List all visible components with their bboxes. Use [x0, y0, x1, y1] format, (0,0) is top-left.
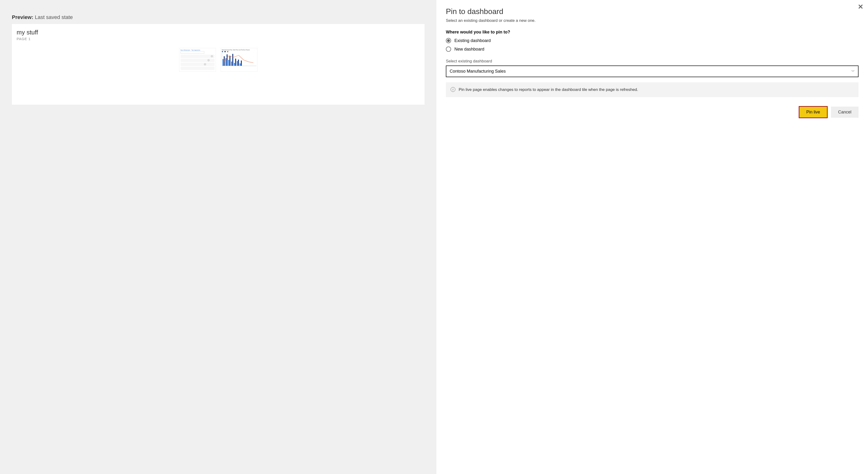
radio-new-dashboard[interactable]: New dashboard: [446, 47, 859, 52]
dashboard-select[interactable]: Contoso Manufacturing Sales ﹀: [446, 65, 859, 77]
preview-state: Last saved state: [35, 14, 73, 20]
radio-existing-label: Existing dashboard: [455, 38, 491, 43]
dashboard-select-value: Contoso Manufacturing Sales: [450, 69, 506, 74]
radio-new-label: New dashboard: [455, 47, 484, 52]
radio-icon-unselected: [446, 47, 451, 52]
info-text: Pin live page enables changes to reports…: [459, 87, 638, 93]
preview-card-subtitle: PAGE 1: [17, 37, 420, 41]
select-dashboard-label: Select existing dashboard: [446, 59, 859, 64]
button-row: Pin live Cancel: [446, 107, 859, 118]
radio-existing-dashboard[interactable]: Existing dashboard: [446, 38, 859, 43]
chevron-down-icon: ﹀: [851, 69, 855, 73]
preview-card-title: my stuff: [17, 29, 420, 36]
mini-bar-chart: [222, 53, 256, 66]
radio-icon-selected: [446, 38, 451, 43]
preview-prefix: Preview:: [12, 14, 33, 20]
thumbnail-influencers: Key influencers Top segments: [179, 48, 216, 72]
dialog-subtitle: Select an existing dashboard or create a…: [446, 18, 859, 23]
preview-card: my stuff PAGE 1 Key influencers Top segm…: [12, 24, 425, 105]
thumbnail-row: Key influencers Top segments Manufacturi…: [17, 48, 420, 72]
thumbnail-chart: Manufacturing Price, Sale Price and Prof…: [221, 48, 257, 72]
dialog-title: Pin to dashboard: [446, 7, 859, 16]
pin-question: Where would you like to pin to?: [446, 30, 859, 35]
pin-live-button[interactable]: Pin live: [799, 107, 827, 118]
preview-panel: Preview: Last saved state my stuff PAGE …: [0, 0, 436, 474]
preview-label: Preview: Last saved state: [12, 14, 425, 21]
info-icon: i: [451, 87, 455, 92]
close-icon[interactable]: ✕: [858, 4, 863, 10]
dialog-panel: ✕ Pin to dashboard Select an existing da…: [436, 0, 868, 474]
radio-group: Existing dashboard New dashboard: [446, 38, 859, 52]
cancel-button[interactable]: Cancel: [831, 107, 859, 118]
info-box: i Pin live page enables changes to repor…: [446, 82, 859, 97]
